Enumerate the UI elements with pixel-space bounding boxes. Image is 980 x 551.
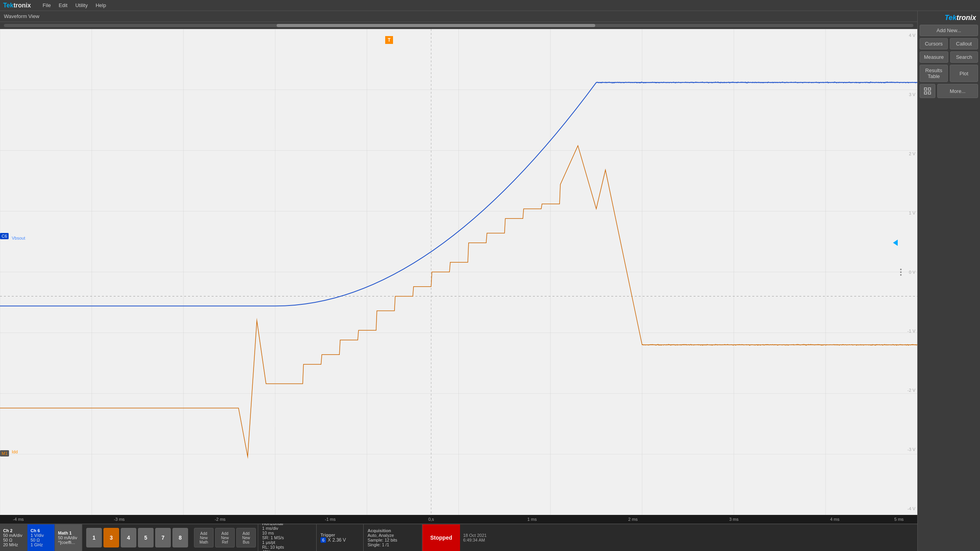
channel-buttons: 1 3 4 5 7 8 bbox=[82, 524, 192, 551]
cursors-button[interactable]: Cursors bbox=[920, 38, 948, 49]
horizontal-info: Horizontal 1 ms/div 10 ms SR: 1 MS/s 1 µ… bbox=[258, 524, 317, 551]
ch6-block[interactable]: Ch 6 1 V/div 50 Ω 1 GHz bbox=[27, 524, 55, 551]
x-axis: -4 ms -3 ms -2 ms -1 ms 0,s 1 ms 2 ms 3 … bbox=[0, 515, 917, 524]
ch2-block[interactable]: Ch 2 50 mA/div 50 Ω 20 MHz bbox=[0, 524, 27, 551]
scroll-area[interactable] bbox=[0, 22, 917, 29]
waveform-canvas bbox=[0, 29, 917, 515]
channel-c6-badge[interactable]: C6 bbox=[0, 233, 9, 239]
brand: Tektronix bbox=[3, 2, 31, 9]
y-label-4v: 4 V bbox=[900, 33, 915, 38]
add-new-button[interactable]: Add New... bbox=[920, 25, 978, 36]
x-tick-5ms: 5 ms bbox=[894, 517, 904, 522]
h-val1: 1 ms/div bbox=[262, 526, 312, 531]
x-tick-2ms: 2 ms bbox=[628, 517, 638, 522]
brand-white: tronix bbox=[13, 2, 31, 9]
trigger-label: Trigger bbox=[321, 533, 359, 537]
add-new-ref-button[interactable]: Add New Ref bbox=[215, 528, 235, 547]
svg-rect-0 bbox=[924, 88, 927, 90]
x-tick-n4ms: -4 ms bbox=[13, 517, 24, 522]
channel-info: Ch 2 50 mA/div 50 Ω 20 MHz Ch 6 1 V/div … bbox=[0, 524, 82, 551]
menu-utility[interactable]: Utility bbox=[71, 1, 92, 10]
measure-button[interactable]: Measure bbox=[920, 51, 948, 63]
ch6-label: Ch 6 bbox=[31, 528, 51, 533]
y-label-3v: 3 V bbox=[900, 92, 915, 97]
svg-rect-2 bbox=[924, 92, 927, 94]
x-tick-n1ms: -1 ms bbox=[325, 517, 336, 522]
ch-btn-3[interactable]: 3 bbox=[103, 528, 119, 547]
main-container: Waveform View T 4 V bbox=[0, 11, 980, 551]
y-label-2v: 2 V bbox=[900, 151, 915, 156]
y-label-0v: 0 V bbox=[900, 270, 915, 275]
plot-button[interactable]: Plot bbox=[950, 65, 978, 82]
y-label-n2v: -2 V bbox=[900, 388, 915, 393]
y-label-n3v: -3 V bbox=[900, 447, 915, 452]
brand-blue: Tek bbox=[3, 2, 13, 9]
ch-btn-7[interactable]: 7 bbox=[155, 528, 171, 547]
ch-btn-8[interactable]: 8 bbox=[172, 528, 188, 547]
ch-btn-4[interactable]: 4 bbox=[121, 528, 136, 547]
trigger-val: 2.36 V bbox=[332, 537, 346, 543]
trigger-x: X bbox=[328, 537, 331, 543]
menu-edit[interactable]: Edit bbox=[55, 1, 71, 10]
grid-icon-button[interactable] bbox=[920, 84, 935, 98]
scroll-thumb[interactable] bbox=[277, 24, 595, 27]
menu-help[interactable]: Help bbox=[92, 1, 110, 10]
math1-block[interactable]: Math 1 50 mA/div ^[coeffi... bbox=[55, 524, 82, 551]
acquisition-info: Acquisition Auto, Analyze Sample: 12 bit… bbox=[364, 524, 422, 551]
cursors-callout-row: Cursors Callout bbox=[920, 38, 978, 49]
grid-icon bbox=[924, 87, 931, 95]
ch-btn-1[interactable]: 1 bbox=[86, 528, 102, 547]
trigger-arrow bbox=[893, 240, 898, 246]
bottom-bar: Ch 2 50 mA/div 50 Ω 20 MHz Ch 6 1 V/div … bbox=[0, 524, 917, 551]
h-val2: SR: 1 MS/s bbox=[262, 535, 312, 540]
add-new-math-button[interactable]: Add New Math bbox=[194, 528, 214, 547]
more-button[interactable]: More... bbox=[937, 84, 978, 98]
icon-more-row: More... bbox=[920, 84, 978, 98]
x-tick-3ms: 3 ms bbox=[729, 517, 739, 522]
y-axis: 4 V 3 V 2 V 1 V 0 V -1 V -2 V -3 V -4 V bbox=[898, 29, 917, 515]
callout-button[interactable]: Callout bbox=[950, 38, 978, 49]
x-tick-n3ms: -3 ms bbox=[114, 517, 125, 522]
h-val6: 42% bbox=[262, 549, 312, 551]
menubar: Tektronix File Edit Utility Help bbox=[0, 0, 980, 11]
stopped-button[interactable]: Stopped bbox=[422, 524, 460, 551]
menu-file[interactable]: File bbox=[39, 1, 55, 10]
math1-val2: ^[coeffi... bbox=[58, 540, 79, 545]
acq-sample: Sample: 12 bits bbox=[368, 538, 418, 542]
right-panel: Tektronix Add New... Cursors Callout Mea… bbox=[917, 11, 980, 551]
y-label-1v: 1 V bbox=[900, 211, 915, 215]
x-tick-0s: 0,s bbox=[428, 517, 434, 522]
waveform-header: Waveform View bbox=[0, 11, 917, 22]
svg-rect-3 bbox=[928, 92, 931, 94]
datetime-info: 18 Oct 2021 6:49:34 AM bbox=[460, 524, 490, 551]
x-tick-4ms: 4 ms bbox=[830, 517, 839, 522]
waveform-title: Waveform View bbox=[4, 13, 39, 19]
waveform-area: Waveform View T 4 V bbox=[0, 11, 917, 551]
x-tick-1ms: 1 ms bbox=[527, 517, 537, 522]
svg-rect-1 bbox=[928, 88, 931, 90]
channel-m1-badge[interactable]: M1 bbox=[0, 450, 9, 456]
trigger-t-marker: T bbox=[385, 36, 393, 44]
canvas-container: T 4 V 3 V 2 V 1 V 0 V -1 V -2 V -3 V -4 … bbox=[0, 29, 917, 515]
ch-btn-5[interactable]: 5 bbox=[138, 528, 154, 547]
y-label-n4v: -4 V bbox=[900, 506, 915, 511]
trigger-ch-badge: 6 bbox=[321, 537, 326, 543]
acquisition-label: Acquisition bbox=[368, 528, 418, 533]
ch2-val3: 20 MHz bbox=[3, 542, 24, 547]
channel-m1-text: Idd bbox=[12, 449, 18, 454]
h-val5: 1 µs/pt bbox=[262, 540, 312, 545]
time-label: 6:49:34 AM bbox=[463, 538, 487, 542]
brand-title: Tektronix bbox=[920, 13, 978, 23]
add-new-bus-button[interactable]: Add New Bus bbox=[236, 528, 256, 547]
channel-c6-text: Vbsout bbox=[12, 236, 25, 240]
h-val3: RL: 10 kpts bbox=[262, 545, 312, 549]
y-label-n1v: -1 V bbox=[900, 329, 915, 333]
ch2-label: Ch 2 bbox=[3, 528, 24, 533]
ch6-val2: 50 Ω bbox=[31, 538, 51, 542]
scroll-track[interactable] bbox=[4, 24, 913, 27]
math1-label: Math 1 bbox=[58, 531, 79, 535]
results-table-button[interactable]: Results Table bbox=[920, 65, 948, 82]
search-button[interactable]: Search bbox=[950, 51, 978, 63]
add-buttons: Add New Math Add New Ref Add New Bus bbox=[192, 524, 258, 551]
measure-search-row: Measure Search bbox=[920, 51, 978, 63]
